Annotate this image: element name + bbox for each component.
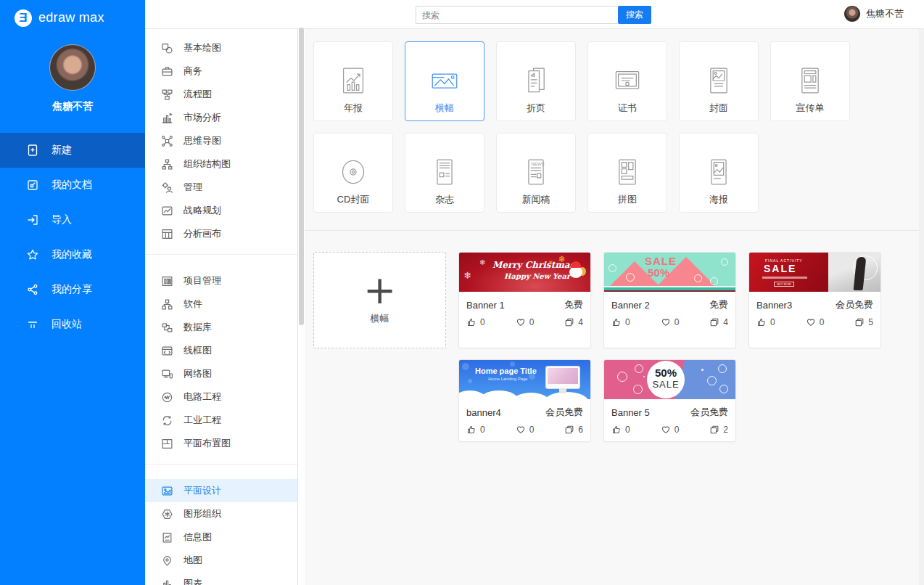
sidebar-item-favorites[interactable]: 我的收藏 xyxy=(0,237,145,272)
template-price: 会员免费 xyxy=(545,406,583,419)
favorite-stat[interactable]: 0 xyxy=(516,317,535,327)
bubble-shape xyxy=(510,361,515,367)
new-banner-card[interactable]: + 横幅 xyxy=(313,252,446,348)
sidebar-item-label: 我的收藏 xyxy=(51,248,92,261)
plus-icon: + xyxy=(363,273,396,308)
library-divider xyxy=(145,464,297,465)
category-card-poster[interactable]: 海报 xyxy=(679,133,759,213)
template-card-banner5[interactable]: 50% SALE Banner 5 会员免费 0 0 2 xyxy=(603,359,736,442)
sidebar-item-label: 回收站 xyxy=(51,318,82,331)
cloud-shape xyxy=(513,393,549,399)
library-item-map[interactable]: 地图 xyxy=(145,549,297,572)
library-item-floorplan[interactable]: 平面布置图 xyxy=(145,432,297,455)
favorite-stat[interactable]: 0 xyxy=(661,317,680,327)
library-item-strategy[interactable]: 战略规划 xyxy=(145,199,297,222)
banner3-caption-line xyxy=(762,277,807,279)
category-card-annual-report[interactable]: 年报 xyxy=(313,41,393,121)
library-item-project[interactable]: 项目管理 xyxy=(145,269,297,292)
snowflake-icon: ❄ xyxy=(479,258,485,266)
sidebar-item-recycle-bin[interactable]: 回收站 xyxy=(0,307,145,342)
template-name: Banner 1 xyxy=(466,300,505,311)
mindmap-icon xyxy=(161,135,173,147)
library-item-circuit[interactable]: 电路工程 xyxy=(145,385,297,409)
sidebar-item-import[interactable]: 导入 xyxy=(0,202,145,237)
banner4-title: Home page Title xyxy=(475,367,537,375)
like-stat[interactable]: 0 xyxy=(756,317,775,327)
library-item-flowchart[interactable]: 流程图 xyxy=(145,83,297,106)
chart-icon xyxy=(161,578,173,585)
library-item-label: 分析画布 xyxy=(183,227,221,240)
banner5-thumbnail[interactable]: 50% SALE xyxy=(604,360,735,399)
svg-text:NEWS: NEWS xyxy=(531,161,544,166)
library-item-network[interactable]: 网络图 xyxy=(145,362,297,385)
sidebar-item-new[interactable]: 新建 xyxy=(0,133,145,168)
like-stat[interactable]: 0 xyxy=(611,425,630,435)
main-scrollbar[interactable] xyxy=(919,29,924,585)
category-label: 封面 xyxy=(709,102,728,115)
category-card-collage[interactable]: 拼图 xyxy=(587,133,667,213)
library-item-chart[interactable]: 图表 xyxy=(145,572,297,585)
favorite-stat[interactable]: 0 xyxy=(806,317,825,327)
banner3-button: BUY NOW xyxy=(774,282,794,287)
category-card-cd-cover[interactable]: CD封面 xyxy=(313,133,393,213)
favorite-stat[interactable]: 0 xyxy=(661,425,680,435)
category-label: 年报 xyxy=(344,102,363,115)
fashion-photo xyxy=(828,253,880,292)
user-menu[interactable]: 焦糖不苦 xyxy=(844,6,904,22)
category-card-banner[interactable]: 横幅 xyxy=(405,41,484,121)
copies-count: 4 xyxy=(723,317,728,327)
banner2-thumbnail[interactable]: SALE 50% xyxy=(604,253,735,292)
library-item-analysis-canvas[interactable]: 分析画布 xyxy=(145,222,297,245)
category-card-magazine[interactable]: 杂志 xyxy=(405,133,484,213)
category-card-trifold[interactable]: 折页 xyxy=(496,41,576,121)
sidebar-item-my-documents[interactable]: 我的文档 xyxy=(0,168,145,202)
bag-icon xyxy=(626,273,635,282)
collage-icon xyxy=(614,157,641,187)
favorite-stat[interactable]: 0 xyxy=(516,425,535,435)
library-item-business[interactable]: 商务 xyxy=(145,60,297,83)
library-item-label: 战略规划 xyxy=(183,204,221,217)
search-input[interactable] xyxy=(416,6,618,24)
like-count: 0 xyxy=(625,317,630,327)
category-card-cover[interactable]: 封面 xyxy=(679,41,759,121)
like-stat[interactable]: 0 xyxy=(466,317,485,327)
heart-icon xyxy=(661,425,671,435)
library-item-basic-draw[interactable]: 基本绘图 xyxy=(145,36,297,60)
template-card-banner3[interactable]: FINAL ACTIVITY SALE BUY NOW Banner3 会员免费… xyxy=(748,252,881,348)
banner4-thumbnail[interactable]: Home page Title Home Landing Page xyxy=(459,360,590,399)
category-card-certificate[interactable]: 证书 xyxy=(587,41,667,121)
library-item-industrial[interactable]: 工业工程 xyxy=(145,409,297,432)
trash-icon xyxy=(26,318,39,331)
user-avatar[interactable] xyxy=(49,44,96,91)
banner1-thumbnail[interactable]: ❄ ❄ ❄ ❄ Merry Christmas Happy New Year xyxy=(459,253,590,292)
template-card-banner4[interactable]: Home page Title Home Landing Page banner… xyxy=(458,359,591,442)
library-item-org-chart[interactable]: 组织结构图 xyxy=(145,152,297,176)
like-stat[interactable]: 0 xyxy=(611,317,630,327)
library-item-shape-org[interactable]: 图形组织 xyxy=(145,502,297,525)
library-item-graphic-design[interactable]: 平面设计 xyxy=(145,479,297,502)
copies-count: 6 xyxy=(578,425,583,435)
library-item-wireframe[interactable]: 线框图 xyxy=(145,339,297,362)
library-item-mindmap[interactable]: 思维导图 xyxy=(145,129,297,152)
copies-stat: 5 xyxy=(854,317,873,327)
library-item-software[interactable]: 软件 xyxy=(145,292,297,316)
template-card-banner2[interactable]: SALE 50% Banner 2 免费 0 xyxy=(603,252,736,348)
profile-name: 焦糖不苦 xyxy=(0,100,145,113)
category-card-newsletter[interactable]: NEWS 新闻稿 xyxy=(496,133,576,213)
sidebar-nav: 新建 我的文档 导入 我的收藏 我的分享 回收站 xyxy=(0,133,145,342)
library-item-label: 组织结构图 xyxy=(183,158,231,171)
library-item-market-analysis[interactable]: 市场分析 xyxy=(145,106,297,129)
library-item-infographic[interactable]: 信息图 xyxy=(145,525,297,549)
library-scrollbar[interactable] xyxy=(299,28,304,325)
category-card-flyer[interactable]: 宣传单 xyxy=(770,41,850,121)
infographic-icon xyxy=(161,531,173,544)
sidebar-item-shares[interactable]: 我的分享 xyxy=(0,272,145,307)
red-panel: FINAL ACTIVITY SALE BUY NOW xyxy=(749,253,828,292)
library-item-management[interactable]: 管理 xyxy=(145,176,297,199)
banner3-thumbnail[interactable]: FINAL ACTIVITY SALE BUY NOW xyxy=(749,253,880,292)
like-stat[interactable]: 0 xyxy=(466,425,485,435)
template-card-banner1[interactable]: ❄ ❄ ❄ ❄ Merry Christmas Happy New Year B… xyxy=(458,252,591,348)
template-name: Banner 2 xyxy=(611,300,650,311)
search-button[interactable]: 搜索 xyxy=(618,6,651,24)
library-item-database[interactable]: 数据库 xyxy=(145,316,297,339)
